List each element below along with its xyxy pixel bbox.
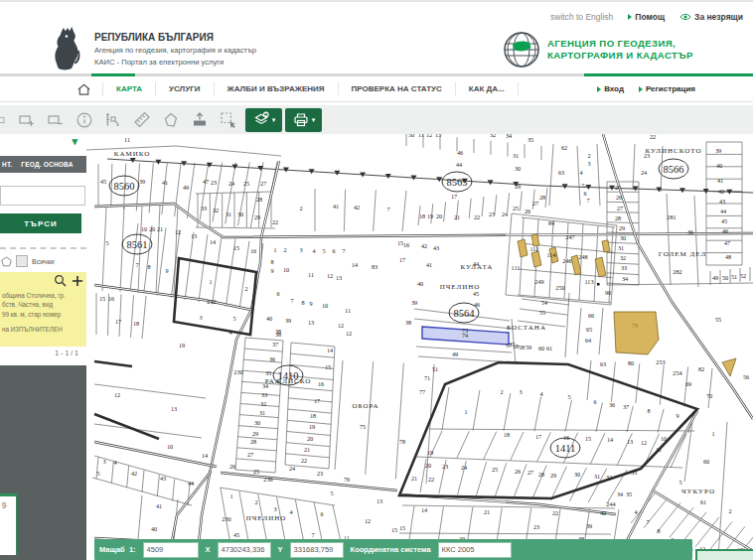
- svg-text:45: 45: [473, 290, 479, 297]
- utility-bar: switch to English Помощ За незрящи: [550, 12, 743, 22]
- svg-text:24: 24: [228, 180, 234, 187]
- feature-info-icon[interactable]: [70, 107, 98, 133]
- svg-text:34: 34: [617, 490, 623, 497]
- zoom-out-extent-icon[interactable]: [41, 107, 70, 133]
- login-label: Вход: [604, 84, 624, 93]
- svg-text:12: 12: [327, 272, 333, 279]
- crs-input[interactable]: [438, 542, 512, 558]
- svg-text:40: 40: [417, 280, 423, 287]
- home-button[interactable]: [66, 82, 103, 96]
- agency-logo[interactable]: АГЕНЦИЯ ПО ГЕОДЕЗИЯ, КАРТОГРАФИЯ И КАДАС…: [502, 30, 693, 70]
- svg-text:16: 16: [250, 247, 256, 254]
- nav-tab-услуги[interactable]: УСЛУГИ: [156, 82, 214, 95]
- zoom-to-result-icon[interactable]: [54, 274, 67, 287]
- svg-text:32: 32: [260, 400, 266, 407]
- svg-text:14: 14: [421, 506, 427, 513]
- layers-info-button[interactable]: ▾: [245, 108, 282, 132]
- gold-parcel[interactable]: [614, 312, 659, 354]
- svg-text:37: 37: [623, 403, 629, 410]
- svg-text:31: 31: [618, 244, 624, 251]
- svg-text:50: 50: [722, 274, 728, 281]
- svg-text:22: 22: [552, 509, 558, 516]
- svg-text:44: 44: [188, 480, 194, 487]
- search-button[interactable]: ТЪРСИ: [0, 213, 81, 233]
- building-footprint: [531, 251, 541, 267]
- tab-document[interactable]: НТ.: [2, 161, 12, 168]
- print-button[interactable]: ▾: [285, 108, 322, 132]
- svg-text:35: 35: [626, 490, 632, 497]
- svg-text:28: 28: [250, 438, 256, 445]
- svg-text:5: 5: [330, 490, 333, 496]
- zoom-in-extent-icon[interactable]: [12, 107, 41, 133]
- svg-text:15: 15: [99, 295, 105, 302]
- svg-text:49: 49: [183, 184, 189, 191]
- collapse-panel-chevron-icon[interactable]: ▾: [72, 135, 77, 148]
- x-label: X: [204, 545, 213, 554]
- select-region-icon[interactable]: [214, 107, 242, 133]
- building-footprint: [595, 257, 606, 277]
- export-map-icon[interactable]: [185, 107, 214, 133]
- svg-text:15: 15: [233, 244, 239, 251]
- cadastral-map[interactable]: 798560856185658566856414101411КАМИКОКУЛИ…: [86, 134, 753, 560]
- register-link[interactable]: Регистрация: [639, 84, 695, 93]
- svg-text:ЧУКУРО: ЧУКУРО: [681, 488, 715, 495]
- svg-text:21: 21: [411, 475, 417, 482]
- nav-tab-проверка-на-статус[interactable]: ПРОВЕРКА НА СТАТУС: [339, 82, 456, 95]
- svg-text:17: 17: [115, 318, 121, 325]
- svg-text:21: 21: [454, 213, 460, 220]
- search-result-item[interactable]: община Столична, гр. бств. Частна, вид 9…: [0, 272, 86, 347]
- scale-input[interactable]: [143, 542, 199, 558]
- svg-text:23: 23: [442, 463, 448, 470]
- measure-distance-icon[interactable]: [127, 107, 156, 133]
- svg-text:27: 27: [617, 205, 623, 211]
- nav-tabs: КАРТАУСЛУГИЖАЛБИ И ВЪЗРАЖЕНИЯПРОВЕРКА НА…: [103, 82, 519, 95]
- svg-text:49: 49: [712, 274, 718, 281]
- arrow-icon: [628, 14, 632, 20]
- svg-text:47: 47: [724, 239, 730, 246]
- crs-label: Координатна система: [349, 545, 433, 554]
- search-input[interactable]: [0, 186, 85, 206]
- tab-geod-osnova[interactable]: ГЕОД. ОСНОВА: [21, 161, 73, 168]
- clipped-tool-icon[interactable]: [0, 107, 12, 133]
- svg-text:6: 6: [332, 247, 335, 254]
- svg-text:24: 24: [461, 464, 467, 471]
- svg-text:21: 21: [304, 446, 310, 453]
- svg-text:26: 26: [515, 468, 521, 475]
- measure-coordinates-icon[interactable]: [98, 107, 127, 133]
- nav-tab-как-да[interactable]: КАК ДА...: [456, 82, 519, 95]
- svg-text:69: 69: [685, 380, 691, 387]
- nav-tab-жалби-и-възражения[interactable]: ЖАЛБИ И ВЪЗРАЖЕНИЯ: [215, 82, 339, 95]
- svg-text:47: 47: [203, 178, 209, 185]
- measure-area-icon[interactable]: [156, 107, 185, 133]
- globe-icon: [502, 30, 541, 70]
- svg-text:3: 3: [299, 246, 302, 253]
- x-coordinate-input[interactable]: [218, 542, 271, 558]
- pagination-label: 1 - 1 / 1: [55, 350, 78, 356]
- nav-tab-карта[interactable]: КАРТА: [103, 82, 156, 95]
- svg-text:22: 22: [474, 213, 480, 220]
- svg-text:281: 281: [667, 213, 676, 220]
- svg-text:8: 8: [270, 258, 273, 265]
- svg-text:250: 250: [555, 284, 564, 291]
- svg-text:30: 30: [574, 471, 580, 478]
- svg-text:2: 2: [728, 507, 731, 514]
- gold-parcel[interactable]: [722, 358, 736, 376]
- add-result-icon[interactable]: [72, 275, 83, 287]
- polygon-filter-icon[interactable]: [1, 256, 12, 267]
- y-coordinate-input[interactable]: [290, 542, 344, 558]
- all-checkbox[interactable]: [16, 255, 28, 267]
- svg-text:10: 10: [661, 435, 667, 442]
- svg-text:36: 36: [609, 401, 615, 408]
- svg-text:5: 5: [678, 479, 681, 486]
- svg-text:40: 40: [600, 509, 606, 516]
- svg-text:30: 30: [515, 165, 521, 172]
- switch-language-link[interactable]: switch to English: [550, 12, 613, 22]
- scale-widget[interactable]: [695, 549, 753, 560]
- login-link[interactable]: Вход: [597, 84, 624, 93]
- svg-text:35: 35: [265, 369, 271, 376]
- result-text: община Столична, гр. бств. Частна, вид 9…: [2, 291, 84, 335]
- help-link[interactable]: Помощ: [628, 12, 665, 22]
- svg-text:46: 46: [722, 227, 728, 234]
- svg-text:58: 58: [519, 344, 525, 350]
- accessibility-link[interactable]: За незрящи: [679, 12, 743, 22]
